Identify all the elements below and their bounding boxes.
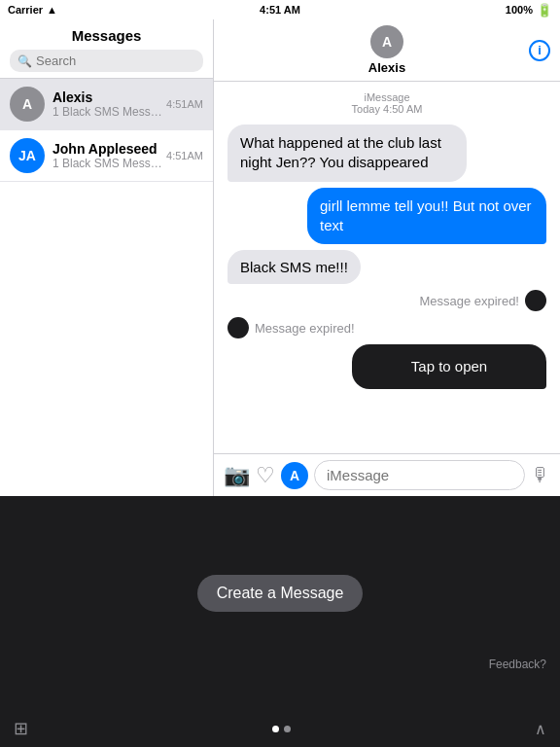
messages-area: iMessage Today 4:50 AM What happened at … [214, 82, 560, 453]
conv-time-alexis: 4:51AM [166, 98, 203, 110]
message-row-sent-1: girll lemme tell you!! But not over text [228, 188, 546, 245]
message-row-received-1: What happened at the club last night Jen… [228, 124, 546, 182]
expired-row-sent: Message expired! [419, 290, 546, 311]
conversation-item-alexis[interactable]: A Alexis 1 Black SMS Message 4:51AM [0, 79, 213, 130]
expired-text-received: Message expired! [255, 321, 355, 336]
conversation-item-john[interactable]: JA John Appleseed 1 Black SMS Message 4:… [0, 130, 213, 182]
chevron-up-icon[interactable]: ∧ [535, 720, 546, 738]
battery-icon: 🔋 [537, 3, 552, 18]
avatar-john: JA [10, 138, 45, 173]
heart-icon[interactable]: ♡ [256, 463, 275, 488]
search-input[interactable] [36, 53, 199, 68]
message-service-label: iMessage Today 4:50 AM [228, 91, 546, 115]
mic-icon[interactable]: 🎙 [531, 464, 550, 486]
bubble-text-2: girll lemme tell you!! But not over text [320, 197, 532, 233]
status-left: Carrier ▲ [8, 4, 57, 16]
bubble-text-1: What happened at the club last night Jen… [240, 134, 441, 170]
avatar-alexis: A [10, 87, 45, 122]
contact-name: Alexis [368, 60, 405, 75]
message-row-blacksms: Black SMS me!!! [228, 250, 546, 284]
message-input[interactable] [314, 460, 525, 490]
search-bar[interactable]: 🔍 [10, 50, 203, 72]
bottom-bar: ⊞ ∧ [0, 710, 560, 747]
conv-info-alexis: Alexis 1 Black SMS Message [52, 89, 166, 119]
tap-to-open-text: Tap to open [411, 358, 487, 374]
battery-label: 100% [506, 4, 533, 16]
date-label: Today 4:50 AM [352, 103, 423, 115]
app-container: Messages 🔍 A Alexis 1 Black SMS Message … [0, 19, 560, 496]
conv-preview-alexis: 1 Black SMS Message [52, 105, 166, 119]
conv-preview-john: 1 Black SMS Message [52, 157, 166, 170]
sidebar-title: Messages [10, 27, 203, 44]
bubble-blacksms: Black SMS me!!! [228, 250, 361, 284]
dot-indicators [272, 726, 291, 732]
sidebar: Messages 🔍 A Alexis 1 Black SMS Message … [0, 19, 214, 496]
chat-panel: A Alexis i iMessage Today 4:50 AM What h… [214, 19, 560, 496]
conv-time-john: 4:51AM [166, 150, 203, 161]
input-bar: 📷 ♡ A 🎙 [214, 453, 560, 496]
conv-info-john: John Appleseed 1 Black SMS Message [52, 141, 166, 170]
camera-icon[interactable]: 📷 [224, 463, 250, 488]
expired-row-received: Message expired! [228, 317, 355, 338]
expired-dot-sent [525, 290, 546, 311]
status-bar: Carrier ▲ 4:51 AM 100% 🔋 [0, 0, 560, 19]
conv-name-alexis: Alexis [52, 89, 166, 105]
sidebar-header: Messages 🔍 [0, 19, 213, 79]
message-row-sent-expired: Message expired! [228, 290, 546, 311]
message-row-tap-open[interactable]: Tap to open [228, 344, 546, 389]
service-label: iMessage [364, 91, 409, 103]
bubble-text-3: Black SMS me!!! [240, 259, 348, 275]
create-message-button[interactable]: Create a Message [197, 575, 364, 612]
info-button[interactable]: i [529, 40, 550, 61]
chat-header: A Alexis i [214, 19, 560, 82]
grid-icon[interactable]: ⊞ [14, 718, 28, 739]
message-row-received-expired: Message expired! [228, 317, 546, 338]
expired-dot-received [228, 317, 249, 338]
status-time: 4:51 AM [260, 4, 300, 16]
bubble-received-1: What happened at the club last night Jen… [228, 124, 467, 182]
chat-contact: A Alexis [368, 25, 405, 75]
conversation-list: A Alexis 1 Black SMS Message 4:51AM JA J… [0, 79, 213, 496]
apps-icon[interactable]: A [281, 462, 308, 489]
bubble-sent-1: girll lemme tell you!! But not over text [307, 188, 546, 245]
dot-inactive [284, 726, 291, 732]
search-icon: 🔍 [18, 54, 32, 68]
contact-initials: A [382, 34, 392, 50]
carrier-label: Carrier [8, 4, 43, 16]
expired-text-sent: Message expired! [419, 294, 519, 308]
wifi-icon: ▲ [47, 4, 57, 16]
dot-active [272, 726, 279, 732]
tap-to-open-bubble[interactable]: Tap to open [352, 344, 546, 389]
keyboard-overlay: Create a Message Feedback? [0, 496, 560, 710]
conv-name-john: John Appleseed [52, 141, 166, 157]
feedback-link[interactable]: Feedback? [489, 658, 546, 671]
contact-avatar: A [370, 25, 403, 58]
status-right: 100% 🔋 [506, 3, 552, 18]
